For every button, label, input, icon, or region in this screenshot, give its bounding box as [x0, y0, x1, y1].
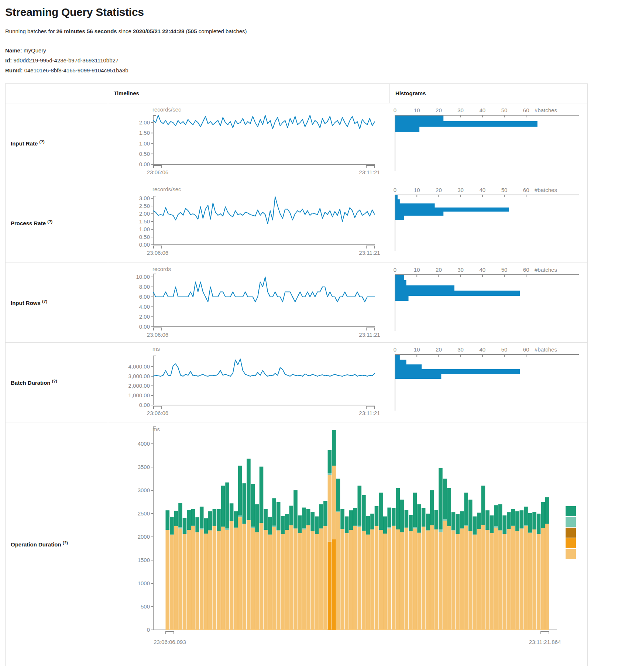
y-tick-label: 0 — [147, 627, 150, 633]
op-bar-segment — [238, 517, 242, 630]
op-bar-segment — [298, 515, 302, 533]
histogram-bar — [395, 121, 538, 127]
x-tick-label: 0 — [394, 107, 396, 113]
op-bar-segment — [464, 493, 468, 525]
op-bar-segment — [187, 530, 191, 630]
op-bar-segment — [477, 529, 481, 630]
op-bar-segment — [174, 526, 178, 630]
op-bar-segment — [195, 532, 199, 630]
op-bar-segment — [502, 534, 506, 630]
op-bar-segment — [447, 526, 451, 630]
op-bar-segment — [524, 526, 528, 630]
op-bar-segment — [451, 530, 456, 630]
batches-axis-label: #batches — [535, 346, 557, 353]
op-bar-segment — [260, 523, 264, 630]
op-bar-segment — [213, 509, 217, 526]
help-icon[interactable]: (?) — [40, 140, 45, 144]
batch-duration-histogram-chart: 0102030405060#batches — [390, 343, 587, 422]
op-bar-segment — [379, 530, 383, 630]
op-bar-segment — [370, 514, 374, 529]
op-bar-segment — [170, 535, 174, 630]
y-tick-label: 0.00 — [139, 161, 150, 167]
op-bar-segment — [362, 531, 366, 630]
op-bar-segment — [507, 512, 511, 529]
op-bar-segment — [285, 514, 289, 530]
op-bar-segment — [468, 500, 473, 531]
y-tick-label: 2.50 — [139, 203, 150, 209]
charts-cell: ms4,000.003,000.002,000.001,000.000.0023… — [108, 343, 587, 422]
op-bar-segment — [315, 534, 319, 630]
op-bar-segment — [353, 508, 357, 526]
query-runid-line: RunId: 04e101e6-8bf8-4165-9099-9104c951b… — [5, 65, 622, 75]
op-bar-segment — [217, 531, 221, 630]
x-end-bracket — [541, 631, 549, 634]
op-bar-segment — [332, 539, 336, 630]
help-icon[interactable]: (?) — [63, 541, 68, 545]
page-title: Streaming Query Statistics — [5, 6, 622, 18]
x-start-bracket — [166, 631, 174, 634]
op-bar-segment — [289, 525, 293, 630]
x-tick-label: 10 — [414, 187, 420, 193]
histogram-bar — [395, 127, 419, 132]
x-end-label: 23:11:21 — [359, 410, 380, 416]
op-bar-segment — [268, 517, 272, 535]
row-label-process-rate: Process Rate (?) — [11, 219, 52, 226]
query-name-label: Name: — [5, 47, 22, 54]
op-bar-segment — [439, 468, 443, 529]
y-tick-label: 10.00 — [136, 274, 150, 280]
op-bar-segment — [490, 533, 494, 630]
op-bar-segment — [392, 526, 396, 630]
op-bar-segment — [277, 502, 281, 531]
header-empty-cell — [6, 84, 108, 103]
histogram-bar — [395, 275, 404, 280]
op-bar-segment — [494, 505, 498, 526]
histogram-bar — [395, 291, 520, 296]
batches-axis-label: #batches — [535, 187, 557, 193]
operation-duration-legend — [566, 506, 576, 560]
y-tick-label: 8.00 — [139, 284, 150, 290]
op-bar-segment — [481, 486, 485, 525]
op-bar-segment — [328, 475, 332, 541]
op-bar-segment — [310, 531, 315, 630]
table-header-row: Timelines Histograms — [6, 84, 587, 103]
charts-cell: records/sec3.002.502.001.501.000.500.002… — [108, 183, 587, 263]
input-rate-histogram-chart: 0102030405060#batches — [390, 103, 587, 183]
op-bar-segment — [485, 530, 490, 630]
histogram-bar — [395, 212, 443, 216]
op-bar-segment — [272, 498, 276, 525]
op-bar-segment — [537, 534, 541, 630]
op-bar-segment — [498, 530, 502, 630]
op-bar-segment — [328, 450, 332, 473]
help-icon[interactable]: (?) — [47, 219, 52, 224]
op-bar-segment — [349, 510, 353, 530]
op-bar-segment — [251, 484, 255, 527]
y-tick-label: 2.00 — [139, 210, 150, 217]
row-label-cell: Operation Duration (?) — [6, 422, 108, 666]
batches-axis-label: #batches — [535, 267, 557, 273]
op-bar-segment — [285, 530, 289, 630]
op-bar-segment — [191, 526, 195, 630]
op-bar-segment — [225, 528, 229, 530]
help-icon[interactable]: (?) — [42, 299, 47, 304]
op-bar-segment — [170, 517, 174, 535]
op-bar-segment — [468, 531, 473, 630]
op-bar-segment — [217, 509, 221, 531]
x-end-label: 23:11:21 — [359, 250, 380, 256]
op-bar-segment — [366, 535, 370, 630]
histogram-bar — [395, 364, 422, 369]
page: Streaming Query Statistics Running batch… — [5, 0, 622, 75]
x-tick-label: 0 — [394, 267, 396, 273]
op-bar-segment — [238, 515, 242, 517]
query-name-line: Name: myQuery — [5, 45, 622, 55]
op-bar-segment — [426, 514, 430, 530]
op-bar-segment — [353, 526, 357, 630]
op-bar-segment — [481, 525, 485, 630]
op-bar-segment — [490, 515, 494, 533]
op-bar-segment — [532, 512, 536, 529]
legend-swatch-4 — [566, 549, 576, 559]
x-tick-label: 30 — [457, 187, 464, 193]
x-start-bracket — [154, 165, 162, 168]
help-icon[interactable]: (?) — [52, 379, 57, 383]
op-bar-segment — [336, 479, 340, 511]
y-tick-label: 3000 — [138, 487, 150, 493]
